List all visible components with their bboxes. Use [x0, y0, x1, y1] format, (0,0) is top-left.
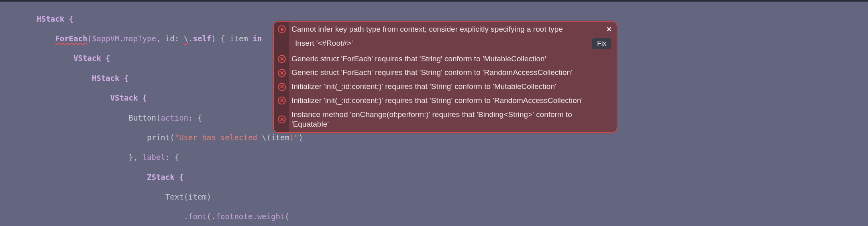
error-row[interactable]: Generic struct 'ForEach' requires that '… [274, 52, 617, 66]
error-row[interactable]: Initializer 'init(_:id:content:)' requir… [274, 80, 617, 94]
code-token: : { [188, 113, 202, 122]
error-fix-row: Insert '<#Root#>' Fix [274, 36, 617, 52]
code-token: }, [0, 153, 143, 161]
error-message: Instance method 'onChange(of:perform:)' … [291, 110, 611, 129]
code-token: action [161, 113, 188, 122]
error-message: Generic struct 'ForEach' requires that '… [291, 68, 573, 78]
code-token: ) [299, 133, 303, 142]
close-icon[interactable]: ✕ [606, 25, 612, 34]
error-row[interactable]: Instance method 'onChange(of:perform:)' … [274, 108, 617, 131]
fix-button[interactable]: Fix [592, 38, 611, 49]
fix-suggestion-text: Insert '<#Root#>' [295, 38, 353, 48]
code-token: ( [285, 212, 289, 221]
code-token: . [0, 212, 188, 221]
code-token: ) { item [211, 34, 253, 43]
error-circle-x-icon [278, 83, 286, 91]
error-message: Initializer 'init(_:id:content:)' requir… [291, 82, 556, 92]
code-token: Button( [0, 113, 161, 122]
code-token: ( [87, 34, 92, 43]
code-token: . [119, 34, 124, 43]
error-row[interactable]: Initializer 'init(_:id:content:)' requir… [274, 94, 617, 108]
error-row[interactable]: Generic struct 'ForEach' requires that '… [274, 66, 617, 80]
code-token: "User has selected [175, 133, 262, 142]
code-token: footnote [216, 212, 253, 221]
code-token: mapType [124, 34, 156, 43]
code-token: print( [0, 133, 175, 142]
code-token: , id: [156, 34, 184, 43]
code-token: Text(item) [0, 192, 211, 201]
code-token: self [193, 34, 212, 43]
error-circle-x-icon [278, 97, 286, 105]
code-token: VStack { [0, 93, 147, 102]
error-circle-x-icon [278, 55, 286, 63]
code-token: . [188, 34, 193, 43]
code-token: ForEach [55, 34, 87, 43]
error-circle-x-icon [278, 69, 286, 77]
error-circle-x-icon [278, 115, 286, 123]
error-circle-dot-icon [278, 25, 286, 33]
code-token: HStack { [0, 14, 73, 23]
code-token: . [253, 212, 257, 221]
error-panel: Cannot infer key path type from context;… [273, 21, 617, 133]
error-row[interactable]: Cannot infer key path type from context;… [274, 22, 617, 36]
error-message: Generic struct 'ForEach' requires that '… [291, 54, 546, 64]
code-token: weight [257, 212, 285, 221]
code-token: VStack { [0, 54, 110, 63]
code-token: item [271, 133, 289, 142]
code-token: label [143, 153, 165, 161]
error-message: Cannot infer key path type from context;… [291, 24, 563, 34]
code-token: )" [289, 133, 299, 142]
code-token: : { [165, 153, 179, 161]
code-token: (. [207, 212, 216, 221]
code-token: HStack { [0, 74, 128, 83]
code-token: \( [262, 133, 271, 142]
code-token: ZStack { [0, 173, 184, 182]
code-token: $appVM [92, 34, 120, 43]
code-token: font [188, 212, 207, 221]
error-message: Initializer 'init(_:id:content:)' requir… [291, 96, 583, 106]
code-token: \ [184, 34, 188, 43]
code-token [0, 34, 55, 43]
code-token: in [253, 34, 262, 43]
